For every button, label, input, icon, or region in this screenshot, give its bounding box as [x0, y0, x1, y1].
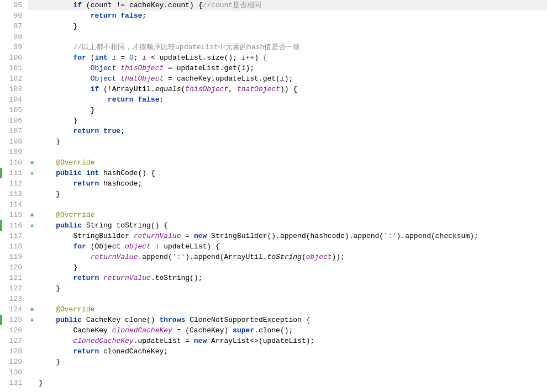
line-number: 108: [0, 136, 28, 147]
line-number: 122: [0, 283, 28, 294]
code-line: 125▲ public CacheKey clone() throws Clon…: [0, 315, 547, 325]
code-content: CacheKey clonedCacheKey = (CacheKey) sup…: [36, 325, 547, 336]
code-line: 131}: [0, 378, 547, 388]
line-number: 106: [0, 115, 28, 126]
line-number: 119: [0, 252, 28, 262]
code-line: 121 return returnValue.toString();: [0, 273, 547, 283]
gutter-icon: ▲: [28, 315, 36, 325]
code-line: 108 }: [0, 136, 547, 147]
gutter-icon: ▲: [28, 168, 36, 178]
code-line: 110◉ @Override: [0, 157, 547, 168]
line-number: 109: [0, 147, 28, 157]
line-number: 115: [0, 210, 28, 220]
code-line: 111▲ public int hashCode() {: [0, 168, 547, 178]
code-line: 122 }: [0, 283, 547, 294]
line-number: 111: [0, 168, 28, 178]
code-content: }: [36, 283, 547, 294]
code-content: StringBuilder returnValue = new StringBu…: [36, 231, 547, 241]
line-number: 120: [0, 262, 28, 273]
code-line: 105 }: [0, 105, 547, 115]
line-number: 117: [0, 231, 28, 241]
line-number: 124: [0, 304, 28, 315]
code-editor: 95 if (count != cacheKey.count) {//count…: [0, 0, 547, 392]
line-number: 103: [0, 84, 28, 94]
code-line: 112 return hashcode;: [0, 178, 547, 189]
code-line: 127 clonedCacheKey.updateList = new Arra…: [0, 336, 547, 346]
code-line: 117 StringBuilder returnValue = new Stri…: [0, 231, 547, 241]
code-line: 114: [0, 199, 547, 210]
code-content: @Override: [36, 304, 547, 315]
code-line: 129 }: [0, 357, 547, 367]
code-line: 98: [0, 31, 547, 42]
line-number: 98: [0, 31, 28, 42]
code-line: 124◉ @Override: [0, 304, 547, 315]
code-content: //以上都不相同，才按顺序比较updateList中元素的hash值是否一致: [36, 42, 547, 52]
line-number: 125: [0, 315, 28, 325]
line-number: 126: [0, 325, 28, 336]
code-content: return false;: [36, 94, 547, 105]
code-content: }: [36, 189, 547, 199]
code-content: if (!ArrayUtil.equals(thisObject, thatOb…: [36, 84, 547, 94]
code-line: 100 for (int i = 0; i < updateList.size(…: [0, 52, 547, 63]
line-number: 121: [0, 273, 28, 283]
line-number: 96: [0, 10, 28, 21]
code-line: 118 for (Object object : updateList) {: [0, 241, 547, 252]
line-number: 112: [0, 178, 28, 189]
code-content: return clonedCacheKey;: [36, 346, 547, 357]
code-content: public String toString() {: [36, 220, 547, 231]
code-line: 109: [0, 147, 547, 157]
code-line: 99 //以上都不相同，才按顺序比较updateList中元素的hash值是否一…: [0, 42, 547, 52]
line-number: 118: [0, 241, 28, 252]
line-number: 116: [0, 220, 28, 231]
line-number: 95: [0, 0, 28, 10]
code-line: 104 return false;: [0, 94, 547, 105]
code-content: Object thisObject = updateList.get(i);: [36, 63, 547, 73]
gutter-icon: ▲: [28, 220, 36, 231]
code-content: @Override: [36, 210, 547, 220]
line-number: 102: [0, 73, 28, 84]
code-content: }: [36, 262, 547, 273]
code-content: @Override: [36, 157, 547, 168]
code-content: return true;: [36, 126, 547, 136]
code-content: }: [36, 136, 547, 147]
code-line: 116▲ public String toString() {: [0, 220, 547, 231]
line-number: 130: [0, 367, 28, 378]
code-line: 130: [0, 367, 547, 378]
gutter-icon: ◉: [28, 157, 36, 168]
line-number: 128: [0, 346, 28, 357]
code-content: for (Object object : updateList) {: [36, 241, 547, 252]
code-line: 119 returnValue.append(':').append(Array…: [0, 252, 547, 262]
line-number: 100: [0, 52, 28, 63]
line-number: 113: [0, 189, 28, 199]
line-number: 99: [0, 42, 28, 52]
code-line: 96 return false;: [0, 10, 547, 21]
code-content: public int hashCode() {: [36, 168, 547, 178]
code-line: 128 return clonedCacheKey;: [0, 346, 547, 357]
line-number: 97: [0, 21, 28, 31]
line-number: 105: [0, 105, 28, 115]
code-content: }: [36, 378, 547, 388]
code-line: 97 }: [0, 21, 547, 31]
line-number: 104: [0, 94, 28, 105]
code-line: 126 CacheKey clonedCacheKey = (CacheKey)…: [0, 325, 547, 336]
line-number: 107: [0, 126, 28, 136]
code-line: 95 if (count != cacheKey.count) {//count…: [0, 0, 547, 10]
line-number: 131: [0, 378, 28, 388]
code-content: Object thatObject = cacheKey.updateList.…: [36, 73, 547, 84]
code-line: 107 return true;: [0, 126, 547, 136]
code-line: 123: [0, 294, 547, 304]
code-content: return false;: [36, 10, 547, 21]
code-content: return hashcode;: [36, 178, 547, 189]
line-number: 129: [0, 357, 28, 367]
code-line: 115◉ @Override: [0, 210, 547, 220]
code-content: }: [36, 21, 547, 31]
line-number: 110: [0, 157, 28, 168]
code-content: return returnValue.toString();: [36, 273, 547, 283]
code-content: returnValue.append(':').append(ArrayUtil…: [36, 252, 547, 262]
gutter-icon: ◉: [28, 210, 36, 220]
code-line: 106 }: [0, 115, 547, 126]
line-number: 114: [0, 199, 28, 210]
line-number: 127: [0, 336, 28, 346]
code-content: public CacheKey clone() throws CloneNotS…: [36, 315, 547, 325]
code-content: }: [36, 357, 547, 367]
